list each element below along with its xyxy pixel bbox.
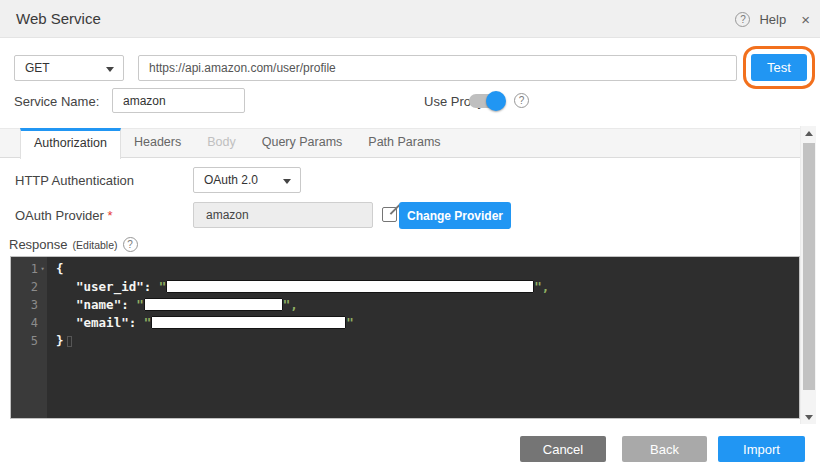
whitespace-mark — [67, 336, 72, 347]
indent-guide — [56, 282, 76, 294]
response-help-icon[interactable]: ? — [123, 237, 138, 252]
method-dropdown[interactable]: GET — [14, 55, 124, 81]
chevron-down-icon — [106, 67, 114, 72]
tab-query-params[interactable]: Query Params — [249, 129, 356, 159]
fold-icon: ▾ — [38, 260, 47, 278]
edit-icon[interactable] — [382, 207, 397, 222]
help-icon[interactable]: ? — [735, 12, 750, 27]
tab-headers[interactable]: Headers — [121, 129, 194, 159]
tab-path-params[interactable]: Path Params — [355, 129, 453, 159]
dialog-header: Web Service ? Help × — [0, 0, 820, 38]
http-auth-label: HTTP Authentication — [15, 173, 134, 188]
line-number: 1▾ — [11, 260, 47, 278]
code-line: } — [56, 332, 799, 350]
url-input[interactable] — [138, 55, 737, 81]
page-title: Web Service — [16, 10, 101, 27]
code-line: { — [56, 260, 799, 278]
redacted-value — [151, 316, 346, 329]
proxy-help-icon[interactable]: ? — [514, 93, 529, 108]
back-button[interactable]: Back — [622, 436, 707, 462]
test-button[interactable]: Test — [751, 54, 807, 81]
response-label: Response — [9, 237, 68, 252]
vertical-scrollbar[interactable] — [800, 126, 816, 424]
scroll-up-icon[interactable] — [801, 126, 817, 140]
tab-body: Body — [194, 129, 249, 159]
oauth-provider-input — [193, 202, 373, 228]
scrollbar-thumb[interactable] — [803, 143, 815, 390]
response-editable-suffix: (Editable) — [73, 239, 118, 251]
oauth-provider-label: OAuth Provider * — [15, 208, 113, 223]
service-name-input[interactable] — [112, 88, 245, 113]
http-auth-dropdown-value: OAuth 2.0 — [204, 173, 258, 187]
indent-guide — [56, 300, 76, 312]
tab-authorization[interactable]: Authorization — [20, 128, 121, 159]
use-proxy-toggle[interactable] — [469, 94, 503, 108]
gutter: 1▾2345 — [11, 257, 47, 418]
line-number: 2 — [11, 278, 47, 296]
cancel-button[interactable]: Cancel — [520, 436, 606, 462]
toggle-knob — [486, 91, 506, 111]
redacted-value — [144, 298, 283, 311]
whitespace-mark — [68, 264, 79, 276]
help-link[interactable]: Help — [759, 12, 786, 27]
line-number: 4 — [11, 314, 47, 332]
chevron-down-icon — [283, 179, 291, 184]
service-name-label: Service Name: — [14, 94, 99, 109]
code-line: "name": "", — [56, 296, 799, 314]
change-provider-button[interactable]: Change Provider — [399, 202, 511, 229]
close-icon[interactable]: × — [801, 11, 810, 28]
http-auth-dropdown[interactable]: OAuth 2.0 — [193, 167, 301, 193]
scroll-down-icon[interactable] — [801, 410, 817, 424]
tab-strip: Authorization Headers Body Query Params … — [0, 128, 800, 158]
method-dropdown-value: GET — [25, 61, 50, 75]
code-lines: {"user_id": "","name": "","email": ""} — [47, 257, 799, 418]
response-header: Response (Editable) ? — [9, 237, 138, 252]
required-asterisk: * — [108, 208, 113, 223]
indent-guide — [56, 318, 76, 330]
code-line: "user_id": "", — [56, 278, 799, 296]
import-button[interactable]: Import — [718, 436, 805, 462]
line-number: 3 — [11, 296, 47, 314]
code-line: "email": "" — [56, 314, 799, 332]
line-number: 5 — [11, 332, 47, 350]
redacted-value — [166, 280, 534, 293]
response-code-editor[interactable]: 1▾2345 {"user_id": "","name": "","email"… — [10, 256, 800, 419]
web-service-dialog: Web Service ? Help × GET Test Service Na… — [0, 0, 820, 475]
